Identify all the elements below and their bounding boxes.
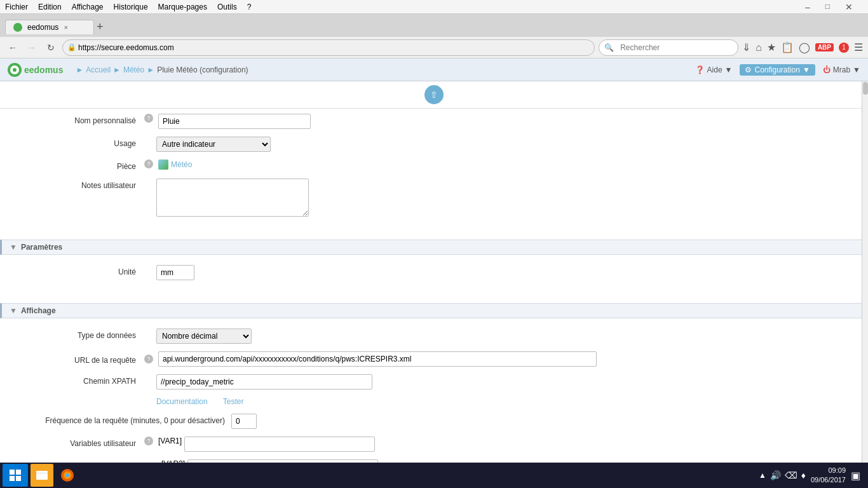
menu-historique[interactable]: Historique	[114, 3, 148, 11]
refresh-button[interactable]: ↻	[43, 40, 58, 55]
config-button[interactable]: ⚙ Configuration ▼	[740, 64, 815, 76]
type-donnees-select[interactable]: Nombre décimal	[156, 329, 252, 344]
url-label: URL de la requête	[15, 353, 142, 365]
tray-chevron-icon[interactable]: ▲	[759, 471, 766, 480]
notes-row: Notes utilisateur	[15, 179, 853, 217]
user-label: Mrab	[833, 65, 850, 74]
parametres-content: Unité	[0, 260, 868, 298]
tab-close-button[interactable]: ×	[64, 24, 67, 31]
freq-input[interactable]	[231, 414, 257, 429]
taskbar-files-button[interactable]	[31, 464, 53, 487]
parametres-collapse-icon[interactable]: ▼	[10, 243, 17, 252]
usage-select[interactable]: Autre indicateur	[156, 137, 271, 152]
menu-marque-pages[interactable]: Marque-pages	[158, 3, 207, 11]
tester-link[interactable]: Tester	[223, 397, 244, 406]
svg-rect-2	[10, 476, 15, 481]
notes-textarea[interactable]	[156, 179, 309, 217]
taskbar: ▲ 🔊 ⌫ ♦ 09:09 09/06/2017 ▣	[0, 463, 868, 488]
parametres-section-header: ▼ Paramètres	[0, 240, 868, 255]
unite-input[interactable]	[156, 265, 194, 280]
breadcrumb-arrow-3: ►	[147, 65, 154, 74]
app-header: eedomus ► Accueil ► Météo ► Pluie Météo …	[0, 58, 868, 81]
freq-label: Fréquence de la requête (minutes, 0 pour…	[15, 414, 231, 425]
url-help-icon[interactable]: ?	[144, 355, 153, 363]
menu-affichage[interactable]: Affichage	[72, 3, 104, 11]
svg-point-8	[65, 473, 69, 477]
new-tab-button[interactable]: +	[97, 20, 104, 34]
minimize-button[interactable]: –	[805, 2, 810, 12]
taskbar-firefox-button[interactable]	[56, 464, 79, 487]
firefox-icon	[60, 468, 75, 483]
gear-icon: ⚙	[745, 65, 752, 74]
start-button[interactable]	[3, 464, 28, 487]
main-content: ⇧ Nom personnalisé ? Usage Autre indicat…	[0, 81, 868, 463]
back-button[interactable]: ←	[5, 40, 20, 55]
search-bar: 🔍	[599, 39, 738, 56]
tray-wifi-icon[interactable]: ♦	[801, 470, 806, 480]
scrollbar-thumb[interactable]	[863, 82, 868, 95]
documentation-link[interactable]: Documentation	[156, 397, 208, 406]
breadcrumb-home[interactable]: Accueil	[86, 65, 111, 74]
forward-button[interactable]: →	[24, 40, 39, 55]
menu-help[interactable]: ?	[247, 3, 252, 11]
menu-icon[interactable]: ☰	[854, 41, 863, 53]
clock-date: 09/06/2017	[811, 475, 846, 485]
reader-icon[interactable]: 📋	[781, 41, 794, 53]
logo-circle	[8, 63, 22, 77]
bookmark-icon[interactable]: ★	[767, 41, 776, 53]
notification-badge[interactable]: 1	[839, 43, 849, 53]
address-bar: ← → ↻ 🔒 🔍 ⇓ ⌂ ★ 📋 ◯ ABP 1 ☰	[0, 37, 868, 58]
affichage-collapse-icon[interactable]: ▼	[10, 306, 17, 315]
notification-icon[interactable]: ▣	[851, 470, 860, 482]
piece-label: Pièce	[15, 159, 142, 171]
svg-rect-0	[10, 470, 15, 475]
affichage-section-header: ▼ Affichage	[0, 303, 868, 318]
affichage-content: Type de données Nombre décimal URL de la…	[0, 323, 868, 463]
scroll-indicator: ⇧	[0, 81, 868, 109]
pocket-icon[interactable]: ◯	[799, 41, 810, 53]
svg-rect-5	[36, 473, 48, 473]
nom-row: Nom personnalisé ?	[15, 114, 853, 129]
tray-icons: ▲ 🔊 ⌫ ♦	[759, 470, 806, 480]
usage-row: Usage Autre indicateur	[15, 137, 853, 152]
header-right: ❓ Aide ▼ ⚙ Configuration ▼ ⏻ Mrab ▼	[695, 64, 860, 76]
lock-icon: 🔒	[67, 43, 76, 51]
var1-input[interactable]	[184, 437, 375, 452]
menu-edition[interactable]: Edition	[38, 3, 62, 11]
close-button[interactable]: ✕	[845, 2, 853, 12]
affichage-title: Affichage	[21, 306, 56, 315]
vars-help-icon[interactable]: ?	[144, 437, 153, 445]
scrollbar-right[interactable]	[862, 81, 868, 463]
adblock-badge[interactable]: ABP	[815, 43, 834, 51]
piece-link[interactable]: Météo	[158, 159, 192, 170]
nom-input[interactable]	[158, 114, 311, 129]
download-icon[interactable]: ⇓	[742, 41, 750, 53]
maximize-button[interactable]: □	[825, 2, 830, 12]
tray-speaker-icon[interactable]: 🔊	[770, 470, 781, 480]
menu-fichier[interactable]: Fichier	[5, 3, 28, 11]
url-input[interactable]	[62, 39, 595, 56]
svg-rect-1	[16, 470, 21, 475]
xpath-input[interactable]	[156, 374, 372, 390]
clock[interactable]: 09:09 09/06/2017	[811, 466, 846, 485]
help-label: Aide	[707, 65, 722, 74]
scroll-up-button[interactable]: ⇧	[424, 85, 444, 104]
app-logo-text: eedomus	[24, 65, 63, 75]
nom-help-icon[interactable]: ?	[144, 114, 153, 123]
browser-tab[interactable]: eedomus ×	[5, 20, 94, 34]
files-icon	[35, 468, 49, 482]
search-input[interactable]	[616, 40, 733, 55]
tray-network-icon[interactable]: ⌫	[785, 470, 797, 480]
nom-label: Nom personnalisé	[15, 114, 142, 125]
search-icon: 🔍	[604, 43, 614, 52]
breadcrumb-arrow-1: ►	[76, 65, 83, 74]
svg-rect-3	[16, 476, 21, 481]
help-button[interactable]: ❓ Aide ▼	[695, 65, 733, 74]
var1-label: [VAR1]	[158, 437, 182, 445]
piece-help-icon[interactable]: ?	[144, 159, 153, 168]
breadcrumb-meteo[interactable]: Météo	[123, 65, 144, 74]
home-icon[interactable]: ⌂	[756, 42, 762, 53]
url-input[interactable]	[158, 351, 597, 367]
user-button[interactable]: ⏻ Mrab ▼	[823, 65, 860, 74]
menu-outils[interactable]: Outils	[217, 3, 237, 11]
